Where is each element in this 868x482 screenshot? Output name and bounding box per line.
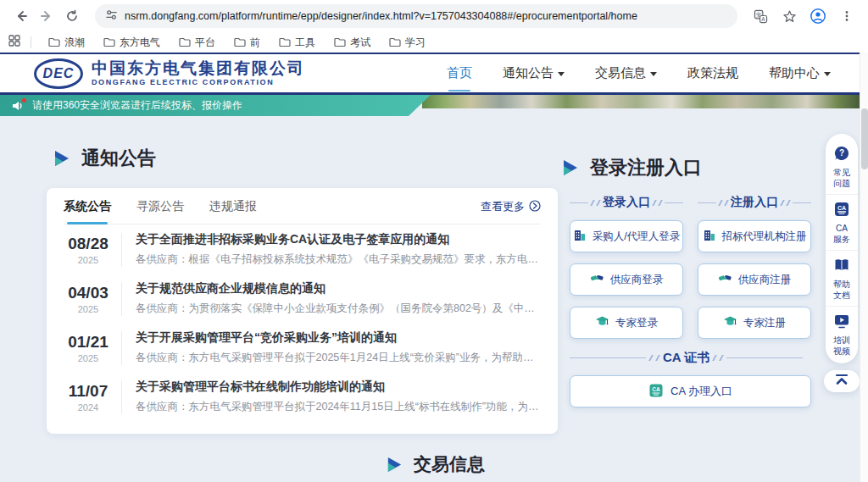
ca-group-header: CA 证书: [570, 350, 811, 366]
alert-dot: [22, 98, 26, 102]
expert-login-button[interactable]: 专家登录: [570, 307, 683, 339]
company-name-en: DONGFANG ELECTRIC CORPORATION: [92, 78, 305, 86]
notice-title[interactable]: 关于规范供应商企业规模信息的通知: [136, 281, 541, 296]
notice-date: 11/07 2024: [64, 382, 113, 413]
bookmark-label: 学习: [405, 36, 426, 50]
bookmark-star-icon[interactable]: [776, 3, 802, 29]
speaker-icon: [12, 100, 25, 112]
browser-toolbar: nsrm.dongfang.com/platform/runtime/epp/d…: [0, 0, 868, 32]
address-bar[interactable]: nsrm.dongfang.com/platform/runtime/epp/d…: [95, 4, 737, 28]
building-icon: [703, 229, 716, 245]
main-nav: 首页 通知公告 交易信息 政策法规 帮助中心: [447, 60, 831, 86]
folder-icon: [48, 37, 60, 47]
svg-text:?: ?: [839, 148, 844, 158]
bookmark-label: 平台: [195, 36, 215, 50]
back-to-top-button[interactable]: [824, 370, 860, 392]
supplier-register-button[interactable]: 供应商注册: [698, 263, 811, 296]
forward-icon[interactable]: [34, 3, 59, 29]
circle-chevron-right-icon: [529, 200, 541, 214]
site-header: DEC 中国东方电气集团有限公司 DONGFANG ELECTRIC CORPO…: [0, 53, 868, 95]
svg-text:A: A: [761, 15, 765, 21]
notice-date: 01/21 2025: [64, 333, 113, 363]
faq-item[interactable]: ? 常见问题: [826, 139, 858, 195]
notice-list-item[interactable]: 01/21 2025 关于开展采购管理平台“竞价采购业务”培训的通知 各供应商：…: [64, 323, 541, 372]
notice-date: 04/03 2025: [64, 284, 113, 314]
bookmark-folder[interactable]: 前: [227, 34, 267, 52]
notice-summary: 各供应商：东方电气采购管理平台拟于2024年11月15日上线“标书在线制作”功能…: [136, 400, 541, 414]
quick-access-sidebar: ? 常见问题 CA CA 服务 帮助文档 培训视频: [826, 134, 858, 363]
nav-item-help-center[interactable]: 帮助中心: [769, 60, 831, 86]
graduation-cap-icon: [595, 315, 609, 330]
chevron-down-icon: [558, 72, 565, 76]
question-icon: ?: [833, 145, 850, 165]
notice-list-item[interactable]: 08/28 2025 关于全面推进非招标采购业务CA认证及电子签章应用的通知 各…: [64, 224, 541, 274]
menu-kebab-icon[interactable]: [834, 3, 860, 29]
bookmark-folder[interactable]: 学习: [382, 34, 432, 52]
tab-violation-reports[interactable]: 违规通报: [209, 199, 257, 214]
ca-apply-button[interactable]: CA CA 办理入口: [570, 375, 811, 407]
login-register-panel: 登录入口 注册入口 采购人/代理人登录 招标代理机构注册: [570, 195, 811, 407]
section-arrow-icon: [386, 456, 403, 474]
apps-grid-icon[interactable]: [8, 35, 20, 50]
bookmarks-separator: [31, 36, 31, 48]
view-more-link[interactable]: 查看更多: [481, 199, 541, 214]
bookmark-folder[interactable]: 浪潮: [42, 34, 92, 52]
banner-photo: [422, 95, 860, 108]
folder-icon: [389, 37, 401, 47]
bookmark-folder[interactable]: 工具: [272, 34, 322, 52]
company-name-cn: 中国东方电气集团有限公司: [92, 60, 305, 78]
help-doc-item[interactable]: 帮助文档: [826, 251, 858, 307]
dec-logo-mark: DEC: [34, 58, 83, 89]
notice-summary: 各供应商：东方电气采购管理平台拟于2025年1月24日上线“竞价采购”业务，为帮…: [136, 351, 541, 365]
folder-icon: [179, 37, 191, 47]
bookmark-folder[interactable]: 考试: [327, 34, 377, 52]
tab-sourcing-notices[interactable]: 寻源公告: [136, 199, 184, 214]
chevron-down-icon: [824, 72, 831, 76]
divider: [121, 331, 122, 365]
nav-item-policies[interactable]: 政策法规: [687, 60, 738, 86]
bookmark-label: 东方电气: [120, 36, 160, 50]
screen: nsrm.dongfang.com/platform/runtime/epp/d…: [0, 0, 868, 482]
training-video-icon: [833, 313, 850, 333]
translate-icon[interactable]: 文A: [748, 3, 773, 29]
ca-service-item[interactable]: CA CA 服务: [826, 195, 858, 251]
back-icon[interactable]: [8, 3, 34, 29]
site-settings-icon[interactable]: [105, 8, 118, 25]
training-video-item[interactable]: 培训视频: [826, 307, 858, 362]
nav-item-trade-info[interactable]: 交易信息: [595, 60, 657, 86]
bookmark-label: 工具: [295, 36, 315, 50]
notice-title[interactable]: 关于开展采购管理平台“竞价采购业务”培训的通知: [136, 330, 541, 346]
page-scrollbar: [860, 53, 868, 482]
handshake-icon: [718, 272, 732, 287]
expert-register-button[interactable]: 专家注册: [698, 307, 811, 339]
svg-text:CA: CA: [652, 385, 660, 391]
supplier-login-button[interactable]: 供应商登录: [570, 263, 683, 296]
notice-list-item[interactable]: 11/07 2024 关于采购管理平台标书在线制作功能培训的通知 各供应商：东方…: [64, 372, 541, 421]
help-doc-icon: [833, 257, 850, 277]
ca-badge-icon: CA: [833, 201, 850, 221]
section-arrow-icon: [561, 158, 580, 177]
browser-notice-ribbon: 请使用360安全浏览器进行后续投标、报价操作: [0, 95, 431, 116]
bidding-agency-register-button[interactable]: 招标代理机构注册: [698, 220, 811, 252]
tab-system-notices[interactable]: 系统公告: [64, 199, 111, 214]
handshake-icon: [590, 272, 604, 287]
nav-item-notices[interactable]: 通知公告: [503, 60, 565, 86]
bookmark-folder[interactable]: 东方电气: [97, 34, 167, 52]
bookmark-label: 前: [250, 36, 260, 50]
purchaser-agent-login-button[interactable]: 采购人/代理人登录: [570, 220, 683, 252]
profile-avatar-icon[interactable]: [805, 3, 831, 29]
notice-title[interactable]: 关于全面推进非招标采购业务CA认证及电子签章应用的通知: [136, 232, 541, 247]
bookmark-folder[interactable]: 平台: [172, 34, 222, 52]
nav-item-home[interactable]: 首页: [447, 60, 472, 86]
notices-tabs: 系统公告 寻源公告 违规通报 查看更多: [64, 199, 541, 224]
scrollbar-thumb[interactable]: [861, 108, 868, 169]
ribbon-text: 请使用360安全浏览器进行后续投标、报价操作: [32, 98, 242, 113]
building-icon: [573, 229, 587, 245]
notice-title[interactable]: 关于采购管理平台标书在线制作功能培训的通知: [136, 380, 541, 395]
company-logo[interactable]: DEC 中国东方电气集团有限公司 DONGFANG ELECTRIC CORPO…: [34, 58, 305, 89]
reload-icon[interactable]: [59, 3, 85, 29]
hero-banner: 请使用360安全浏览器进行后续投标、报价操作: [0, 95, 868, 118]
folder-icon: [334, 37, 346, 47]
notice-list-item[interactable]: 04/03 2025 关于规范供应商企业规模信息的通知 各供应商：为贯彻落实《保…: [64, 274, 541, 323]
graduation-cap-icon: [723, 315, 737, 330]
